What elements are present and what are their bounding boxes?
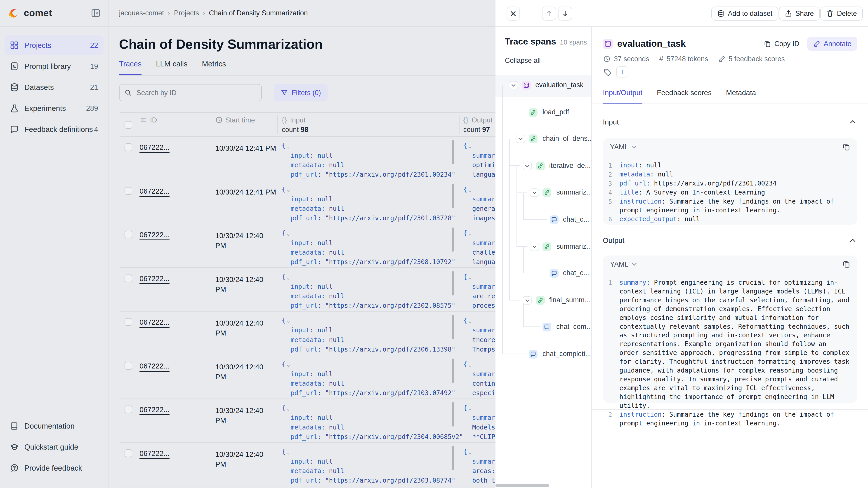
input-cell-scrollbar[interactable] [452, 359, 454, 383]
row-checkbox[interactable] [125, 143, 132, 151]
trace-input-preview[interactable]: {⌄input: nullmetadata: nullpdf_url: "htt… [282, 360, 456, 398]
span-collapse-chevron[interactable] [530, 242, 539, 251]
span-collapse-chevron[interactable] [523, 162, 532, 170]
input-format-select[interactable]: YAML [610, 143, 843, 151]
column-header-input[interactable]: {}Inputcount 98 [282, 116, 308, 133]
sidebar-item-prompt-library[interactable]: Prompt library 19 [4, 57, 104, 76]
filters-button[interactable]: Filters (0) [274, 84, 328, 101]
trace-input-preview[interactable]: {⌄input: nullmetadata: nullpdf_url: "htt… [282, 185, 456, 223]
output-format-select[interactable]: YAML [610, 260, 843, 268]
row-checkbox[interactable] [125, 187, 132, 195]
tree-horizontal-scrollbar[interactable] [495, 484, 549, 487]
input-collapse-icon[interactable] [850, 120, 856, 124]
detail-tab-feedback-scores[interactable]: Feedback scores [657, 89, 712, 104]
close-icon [510, 11, 516, 16]
sidebar-collapse-icon[interactable] [90, 7, 101, 19]
copy-output-icon[interactable] [842, 260, 850, 268]
add-tag-button[interactable]: + [616, 66, 628, 77]
column-header-output[interactable]: {}Outputcount 97 [463, 116, 493, 133]
trace-id-link[interactable]: 067222... [140, 318, 169, 326]
input-cell-scrollbar[interactable] [452, 271, 454, 295]
column-header-id[interactable]: ID- [140, 116, 157, 133]
trace-output-preview[interactable]: {⌄ summarytheoremThompson [463, 316, 495, 354]
trace-output-preview[interactable]: {⌄ summarychallenglanguage [463, 228, 495, 267]
trace-output-preview[interactable]: {⌄ summaryareas: tboth tex [463, 447, 495, 486]
tab-traces[interactable]: Traces [119, 60, 142, 76]
column-divider[interactable] [211, 116, 211, 133]
trace-id-link[interactable]: 067222... [140, 405, 169, 414]
trace-id-link[interactable]: 067222... [140, 187, 169, 195]
sidebar-item-datasets[interactable]: Datasets 21 [4, 77, 104, 97]
trace-output-preview[interactable]: {⌄ summaryModels (**CLIP** [463, 403, 495, 442]
table-row[interactable]: 067222... 10/30/24 12:41 PM {⌄input: nul… [120, 137, 495, 180]
trace-output-preview[interactable]: {⌄ summaryoptimizilanguage [463, 141, 495, 180]
table-row[interactable]: 067222... 10/30/24 12:40PM {⌄input: null… [120, 443, 495, 486]
trace-id-link[interactable]: 067222... [140, 449, 169, 458]
span-collapse-chevron[interactable] [530, 188, 539, 197]
sidebar-item-provide-feedback[interactable]: Provide feedback [4, 458, 104, 478]
trace-output-preview[interactable]: {⌄ summarygeneratiimages, [463, 185, 495, 223]
trace-id-link[interactable]: 067222... [140, 362, 169, 370]
input-cell-scrollbar[interactable] [452, 315, 454, 339]
annotate-button[interactable]: Annotate [807, 37, 858, 51]
add-to-dataset-button[interactable]: Add to dataset [711, 6, 778, 20]
output-collapse-icon[interactable] [850, 238, 856, 242]
close-button[interactable] [506, 6, 520, 20]
tab-metrics[interactable]: Metrics [202, 60, 226, 76]
copy-input-icon[interactable] [842, 143, 850, 151]
row-checkbox[interactable] [125, 449, 132, 457]
trace-id-link[interactable]: 067222... [140, 231, 169, 239]
trace-output-preview[interactable]: {⌄ summaryare revoprocessi [463, 272, 495, 311]
span-collapse-chevron[interactable] [509, 81, 518, 90]
table-row[interactable]: 067222... 10/30/24 12:40PM {⌄input: null… [120, 268, 495, 311]
select-all-checkbox[interactable] [125, 121, 132, 129]
sidebar-item-feedback-definitions[interactable]: Feedback definitions 4 [4, 120, 104, 139]
trace-input-preview[interactable]: {⌄input: nullmetadata: nullpdf_url: "htt… [282, 447, 456, 486]
row-checkbox[interactable] [125, 231, 132, 238]
sidebar-item-projects[interactable]: Projects 22 [4, 35, 104, 55]
table-row[interactable]: 067222... 10/30/24 12:40PM {⌄input: null… [120, 399, 495, 443]
trace-input-preview[interactable]: {⌄input: nullmetadata: nullpdf_url: "htt… [282, 141, 456, 180]
input-cell-scrollbar[interactable] [452, 140, 454, 164]
column-divider[interactable] [277, 116, 278, 133]
search-input-field[interactable] [135, 88, 256, 97]
trace-id-link[interactable]: 067222... [140, 274, 169, 283]
table-row[interactable]: 067222... 10/30/24 12:40PM {⌄input: null… [120, 355, 495, 399]
sidebar-item-quickstart-guide[interactable]: Quickstart guide [4, 437, 104, 457]
row-checkbox[interactable] [125, 362, 132, 369]
prev-trace-button[interactable] [542, 6, 557, 20]
trace-input-preview[interactable]: {⌄input: nullmetadata: nullpdf_url: "htt… [282, 272, 456, 311]
share-button[interactable]: Share [779, 6, 820, 20]
row-checkbox[interactable] [125, 405, 132, 413]
span-collapse-chevron[interactable] [516, 135, 525, 143]
detail-tab-metadata[interactable]: Metadata [726, 89, 756, 104]
trace-id-link[interactable]: 067222... [140, 143, 169, 152]
input-cell-scrollbar[interactable] [452, 402, 454, 427]
column-divider[interactable] [459, 116, 459, 133]
copy-id-button[interactable]: Copy ID [764, 40, 799, 48]
row-checkbox[interactable] [125, 318, 132, 326]
sidebar-item-experiments[interactable]: Experiments 289 [4, 98, 104, 119]
search-input[interactable] [119, 84, 262, 101]
table-row[interactable]: 067222... 10/30/24 12:40PM {⌄input: null… [120, 224, 495, 268]
table-row[interactable]: 067222... 10/30/24 12:40PM {⌄input: null… [120, 312, 495, 355]
tab-llm-calls[interactable]: LLM calls [156, 60, 188, 76]
sidebar-item-documentation[interactable]: Documentation [4, 416, 104, 436]
trace-input-preview[interactable]: {⌄input: nullmetadata: nullpdf_url: "htt… [282, 228, 456, 267]
span-collapse-chevron[interactable] [523, 296, 532, 304]
detail-tab-input-output[interactable]: Input/Output [603, 89, 643, 104]
breadcrumb-item[interactable]: Projects [174, 9, 199, 17]
comet-logo[interactable]: comet [8, 7, 90, 19]
breadcrumb-item[interactable]: jacques-comet [119, 9, 164, 17]
delete-button[interactable]: Delete [820, 6, 863, 20]
trace-output-preview[interactable]: {⌄ summarycontinuaespecial [463, 360, 495, 398]
next-trace-button[interactable] [558, 6, 572, 20]
table-row[interactable]: 067222... 10/30/24 12:41 PM {⌄input: nul… [120, 180, 495, 224]
row-checkbox[interactable] [125, 274, 132, 282]
input-cell-scrollbar[interactable] [452, 228, 454, 252]
input-cell-scrollbar[interactable] [452, 446, 454, 470]
trace-input-preview[interactable]: {⌄input: nullmetadata: nullpdf_url: "htt… [282, 403, 463, 442]
input-cell-scrollbar[interactable] [452, 184, 454, 208]
column-header-start-time[interactable]: Start time- [215, 116, 255, 133]
trace-input-preview[interactable]: {⌄input: nullmetadata: nullpdf_url: "htt… [282, 316, 456, 354]
